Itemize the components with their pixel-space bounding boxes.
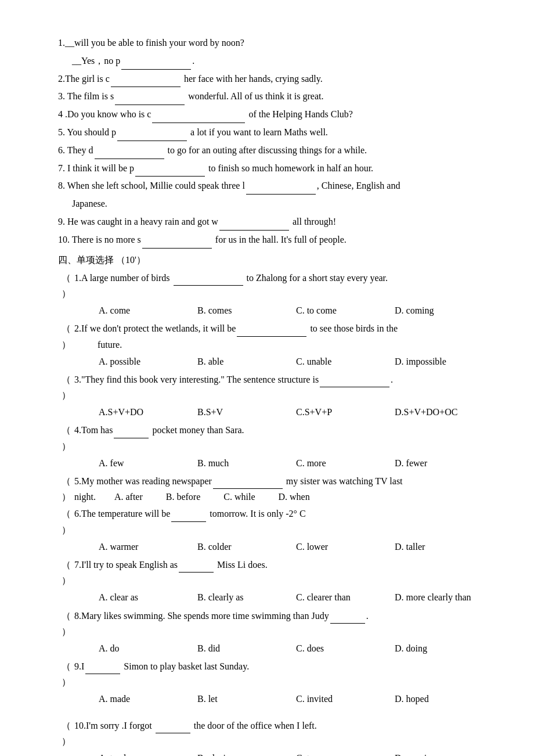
- mc5-paren: （ ）: [58, 473, 74, 505]
- q2: 2.The girl is c her face with her hands,…: [58, 71, 488, 88]
- mc3-paren: （ ）: [58, 372, 74, 403]
- mc5-row: （ ） 5.My mother was reading newspaper my…: [58, 473, 488, 505]
- mc2-cont: future.: [98, 337, 488, 352]
- q1-blank: [121, 69, 191, 70]
- mc5-content: 5.My mother was reading newspaper my sis…: [74, 473, 488, 505]
- mc10-paren: （ ）: [58, 718, 74, 749]
- mc3-optA: A.S+V+DO: [93, 404, 192, 420]
- mc4-options: A. few B. much C. more D. fewer: [93, 455, 488, 471]
- mc3-options: A.S+V+DO B.S+V C.S+V+P D.S+V+DO+OC: [93, 404, 488, 420]
- q6: 6. They d to go for an outing after disc…: [58, 142, 488, 159]
- mc3-blank: [320, 387, 389, 387]
- q6-blank: [95, 159, 164, 159]
- mc9-row: （ ） 9.I Simon to play basket last Sunday…: [58, 658, 488, 690]
- exam-content: 1.__will you be able to finish your word…: [58, 35, 488, 756]
- q4-text: 4 .Do you know who is c of the Helping H…: [58, 109, 353, 119]
- mc4-content: 4.Tom has pocket money than Sara.: [74, 422, 488, 438]
- q9: 9. He was caught in a heavy rain and got…: [58, 214, 488, 231]
- mc9-options: A. made B. let C. invited D. hoped: [93, 691, 488, 707]
- q5-text: 5. You should p a lot if you want to lea…: [58, 127, 328, 137]
- mc9-paren: （ ）: [58, 658, 74, 690]
- mc5-optC-inline: C. while: [223, 489, 255, 505]
- q6-text: 6. They d to go for an outing after disc…: [58, 145, 367, 155]
- mc7-text: 7.I'll try to speak English as Miss Li d…: [74, 560, 268, 570]
- q1-cont-text: __Yes，no p.: [72, 56, 194, 66]
- mc9-optA: A. made: [93, 691, 192, 707]
- mc4-optC: C. more: [290, 455, 389, 471]
- q8-text: 8. When she left school, Millie could sp…: [58, 181, 400, 190]
- section4: 四、单项选择 （10'） （ ） 1.A large number of bir…: [58, 252, 488, 756]
- mc4-optB: B. much: [192, 455, 290, 471]
- mc10-blank: [156, 733, 190, 733]
- mc1-content: 1.A large number of birds to Zhalong for…: [74, 270, 488, 286]
- mc7-optB: B. clearly as: [192, 589, 290, 605]
- mc4-blank: [114, 438, 149, 438]
- mc5-optD-inline: D. when: [279, 489, 310, 505]
- q8-blank: [246, 194, 316, 195]
- q5: 5. You should p a lot if you want to lea…: [58, 124, 488, 141]
- mc4-row: （ ） 4.Tom has pocket money than Sara.: [58, 422, 488, 453]
- mc5-cont-row: night. A. after B. before C. while D. wh…: [74, 489, 488, 505]
- mc3-content: 3."They find this book very interesting.…: [74, 372, 488, 387]
- mc3-optD: D.S+V+DO+OC: [389, 404, 488, 420]
- mc5-text: 5.My mother was reading newspaper my sis…: [74, 476, 403, 486]
- q5-blank: [117, 141, 187, 141]
- mc9-optD: D. hoped: [389, 691, 488, 707]
- mc9-content: 9.I Simon to play basket last Sunday.: [74, 658, 488, 674]
- q7-blank: [135, 176, 205, 177]
- mc8-text: 8.Mary likes swimming. She spends more t…: [74, 611, 369, 621]
- q1: 1.__will you be able to finish your word…: [58, 35, 488, 52]
- mc2-row: （ ） 2.If we don't protect the wetlands, …: [58, 321, 488, 352]
- mc10-content: 10.I'm sorry .I forgot the door of the o…: [74, 718, 488, 733]
- mc7-content: 7.I'll try to speak English as Miss Li d…: [74, 557, 488, 573]
- mc6-optD: D. taller: [389, 539, 488, 555]
- mc3-text: 3."They find this book very interesting.…: [74, 375, 393, 384]
- mc9-blank: [85, 674, 120, 674]
- mc7-blank: [179, 572, 214, 573]
- fill-in-section: 1.__will you be able to finish your word…: [58, 35, 488, 249]
- mc9-optC: C. invited: [290, 691, 389, 707]
- mc6-content: 6.The temperature will be tomorrow. It i…: [74, 506, 488, 521]
- mc2-content: 2.If we don't protect the wetlands, it w…: [74, 321, 488, 352]
- mc2-optA: A. possible: [93, 354, 192, 369]
- mc1-options: A. come B. comes C. to come D. coming: [93, 303, 488, 318]
- q7: 7. I think it will be p to finish so muc…: [58, 160, 488, 177]
- mc5-optB-inline: B. before: [166, 489, 201, 505]
- q8-cont-text: Japanese.: [72, 199, 107, 208]
- mc2-options: A. possible B. able C. unable D. impossi…: [93, 354, 488, 369]
- mc7-optC: C. clearer than: [290, 589, 389, 605]
- mc7-paren: （ ）: [58, 557, 74, 588]
- mc6-optA: A. warmer: [93, 539, 192, 555]
- mc1-text: 1.A large number of birds to Zhalong for…: [74, 273, 388, 283]
- mc1-blank: [174, 285, 243, 286]
- q4-blank: [152, 123, 245, 123]
- mc8-paren: （ ）: [58, 608, 74, 639]
- mc2-optB: B. able: [192, 354, 290, 369]
- mc9-optB: B. let: [192, 691, 290, 707]
- q3: 3. The film is s wonderful. All of us th…: [58, 88, 488, 105]
- mc2-optD: D. impossible: [389, 354, 488, 369]
- mc1-optD: D. coming: [389, 303, 488, 318]
- mc10-optB: B. closing: [192, 750, 290, 756]
- mc8-optB: B. did: [192, 640, 290, 656]
- mc10-text: 10.I'm sorry .I forgot the door of the o…: [74, 721, 317, 730]
- mc4-optD: D. fewer: [389, 455, 488, 471]
- mc2-blank: [237, 336, 306, 337]
- q10-blank: [142, 248, 212, 249]
- mc4-optA: A. few: [93, 455, 192, 471]
- mc10-options: A. to close B. closing C. to open D. ope…: [93, 750, 488, 756]
- mc7-optA: A. clear as: [93, 589, 192, 605]
- q3-blank: [115, 105, 185, 105]
- mc6-optB: B. colder: [192, 539, 290, 555]
- mc1-paren: （ ）: [58, 270, 74, 301]
- q2-blank: [111, 87, 181, 87]
- mc8-optD: D. doing: [389, 640, 488, 656]
- mc6-paren: （ ）: [58, 506, 74, 537]
- mc1-optC: C. to come: [290, 303, 389, 318]
- mc6-blank: [171, 521, 206, 522]
- mc5-optA-inline: A. after: [114, 489, 143, 505]
- mc6-text: 6.The temperature will be tomorrow. It i…: [74, 509, 306, 519]
- mc10-optC: C. to open: [290, 750, 389, 756]
- mc8-optA: A. do: [93, 640, 192, 656]
- q4: 4 .Do you know who is c of the Helping H…: [58, 106, 488, 123]
